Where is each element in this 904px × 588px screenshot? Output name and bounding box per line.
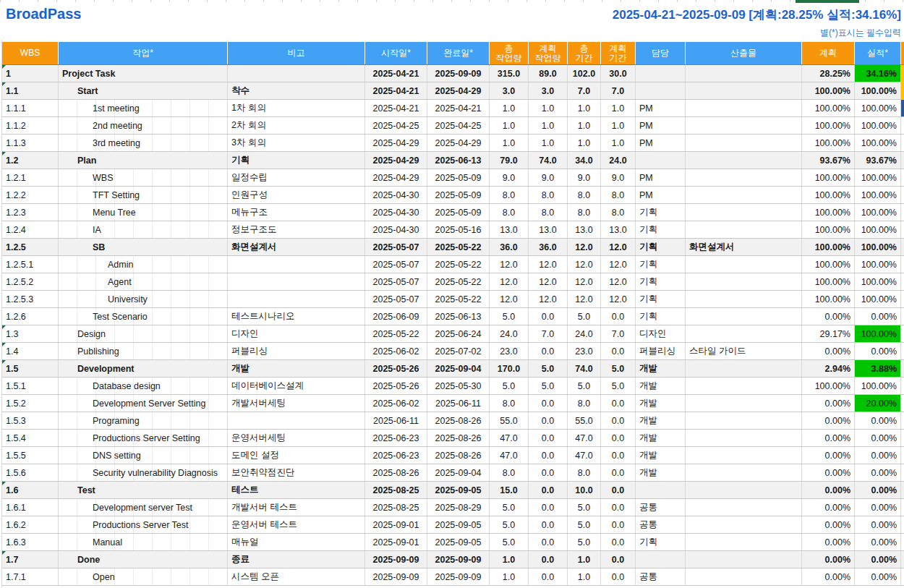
- cell-pd[interactable]: 0.0: [601, 499, 636, 516]
- cell-task[interactable]: 2nd meeting: [59, 117, 228, 134]
- cell-tw[interactable]: 12.0: [490, 291, 529, 307]
- cell-task[interactable]: Start: [59, 82, 228, 99]
- cell-pw[interactable]: 0.0: [529, 482, 568, 498]
- cell-actual[interactable]: 0.00%: [855, 499, 901, 516]
- cell-actual[interactable]: 0.00%: [855, 534, 901, 550]
- cell-owner[interactable]: 개발: [636, 430, 686, 446]
- cell-note[interactable]: 개발서버 테스트: [228, 499, 365, 516]
- cell-note[interactable]: 종료: [228, 551, 365, 568]
- cell-owner[interactable]: 개발: [636, 360, 686, 377]
- cell-plan[interactable]: 0.00%: [802, 308, 855, 325]
- cell-owner[interactable]: 공통: [636, 568, 686, 585]
- cell-td[interactable]: 5.0: [568, 499, 601, 516]
- cell-plan[interactable]: 0.00%: [802, 551, 855, 568]
- cell-note[interactable]: [228, 412, 365, 429]
- cell-note[interactable]: 기획: [228, 152, 365, 169]
- cell-end[interactable]: 2025-06-13: [427, 152, 490, 169]
- cell-tw[interactable]: 12.0: [490, 256, 529, 273]
- cell-plan[interactable]: 0.00%: [802, 395, 855, 412]
- cell-task[interactable]: DNS setting: [59, 447, 228, 464]
- cell-pd[interactable]: 30.0: [601, 65, 636, 82]
- cell-start[interactable]: 2025-05-07: [365, 239, 427, 255]
- cell-pd[interactable]: 0.0: [601, 412, 636, 429]
- cell-pd[interactable]: 0.0: [601, 534, 636, 550]
- cell-actual[interactable]: 0.00%: [855, 516, 901, 533]
- cell-plan[interactable]: 100.00%: [802, 187, 855, 203]
- cell-td[interactable]: 7.0: [568, 82, 601, 99]
- cell-owner[interactable]: 개발: [636, 412, 686, 429]
- cell-start[interactable]: 2025-09-01: [365, 516, 427, 533]
- cell-owner[interactable]: 기획: [636, 239, 686, 255]
- cell-pw[interactable]: 5.0: [529, 360, 568, 377]
- cell-actual[interactable]: 0.00%: [855, 447, 901, 464]
- cell-task[interactable]: Plan: [59, 152, 228, 169]
- cell-owner[interactable]: 기획: [636, 534, 686, 550]
- cell-wbs[interactable]: 1.2.6: [2, 308, 59, 325]
- cell-note[interactable]: [228, 256, 365, 273]
- cell-tw[interactable]: 8.0: [490, 187, 529, 203]
- cell-pd[interactable]: 5.0: [601, 360, 636, 377]
- cell-owner[interactable]: [636, 482, 686, 498]
- cell-owner[interactable]: [636, 65, 686, 82]
- cell-end[interactable]: 2025-09-09: [427, 568, 490, 585]
- cell-pw[interactable]: 0.0: [529, 308, 568, 325]
- cell-actual[interactable]: 100.00%: [855, 239, 901, 255]
- cell-tw[interactable]: 24.0: [490, 325, 529, 342]
- cell-pd[interactable]: 7.0: [601, 82, 636, 99]
- cell-td[interactable]: 12.0: [568, 256, 601, 273]
- cell-plan[interactable]: 100.00%: [802, 169, 855, 186]
- cell-tw[interactable]: 8.0: [490, 204, 529, 221]
- cell-owner[interactable]: PM: [636, 100, 686, 116]
- cell-wbs[interactable]: 1.6.1: [2, 499, 59, 516]
- cell-actual[interactable]: 0.00%: [855, 464, 901, 481]
- cell-start[interactable]: 2025-05-26: [365, 360, 427, 377]
- cell-task[interactable]: Security vulnerability Diagnosis: [59, 464, 228, 481]
- cell-note[interactable]: 운영서버 테스트: [228, 516, 365, 533]
- cell-task[interactable]: Productions Server Setting: [59, 430, 228, 446]
- cell-wbs[interactable]: 1.5.4: [2, 430, 59, 446]
- cell-wbs[interactable]: 1.2.5: [2, 239, 59, 255]
- cell-actual[interactable]: 100.00%: [855, 273, 901, 290]
- cell-actual[interactable]: 0.00%: [855, 551, 901, 568]
- cell-plan[interactable]: 100.00%: [802, 221, 855, 238]
- cell-actual[interactable]: 100.00%: [855, 100, 901, 116]
- cell-note[interactable]: 퍼블리싱: [228, 343, 365, 359]
- cell-note[interactable]: 정보구조도: [228, 221, 365, 238]
- cell-deliv[interactable]: [686, 117, 802, 134]
- cell-actual[interactable]: 100.00%: [855, 135, 901, 151]
- cell-tw[interactable]: 47.0: [490, 430, 529, 446]
- cell-start[interactable]: 2025-04-25: [365, 117, 427, 134]
- cell-pd[interactable]: 0.0: [601, 464, 636, 481]
- cell-deliv[interactable]: [686, 273, 802, 290]
- cell-task[interactable]: WBS: [59, 169, 228, 186]
- cell-start[interactable]: 2025-06-11: [365, 412, 427, 429]
- column-header-plan[interactable]: 계획: [802, 42, 855, 64]
- cell-td[interactable]: 5.0: [568, 308, 601, 325]
- cell-plan[interactable]: 0.00%: [802, 499, 855, 516]
- cell-pd[interactable]: 12.0: [601, 273, 636, 290]
- cell-owner[interactable]: 기획: [636, 308, 686, 325]
- cell-wbs[interactable]: 1.7: [2, 551, 59, 568]
- cell-task[interactable]: Done: [59, 551, 228, 568]
- cell-end[interactable]: 2025-08-26: [427, 430, 490, 446]
- cell-tw[interactable]: 23.0: [490, 343, 529, 359]
- cell-tw[interactable]: 1.0: [490, 100, 529, 116]
- cell-start[interactable]: 2025-04-30: [365, 204, 427, 221]
- cell-end[interactable]: 2025-05-09: [427, 187, 490, 203]
- cell-wbs[interactable]: 1.2.4: [2, 221, 59, 238]
- cell-note[interactable]: 디자인: [228, 325, 365, 342]
- cell-pw[interactable]: 1.0: [529, 135, 568, 151]
- cell-deliv[interactable]: [686, 447, 802, 464]
- cell-end[interactable]: 2025-09-09: [427, 551, 490, 568]
- cell-tw[interactable]: 1.0: [490, 551, 529, 568]
- cell-owner[interactable]: PM: [636, 169, 686, 186]
- cell-td[interactable]: 12.0: [568, 291, 601, 307]
- cell-deliv[interactable]: [686, 221, 802, 238]
- cell-task[interactable]: Productions Server Test: [59, 516, 228, 533]
- cell-td[interactable]: 8.0: [568, 395, 601, 412]
- cell-start[interactable]: 2025-08-26: [365, 464, 427, 481]
- cell-pw[interactable]: 0.0: [529, 412, 568, 429]
- cell-actual[interactable]: 34.16%: [855, 65, 901, 82]
- cell-note[interactable]: 일정수립: [228, 169, 365, 186]
- cell-owner[interactable]: 공통: [636, 516, 686, 533]
